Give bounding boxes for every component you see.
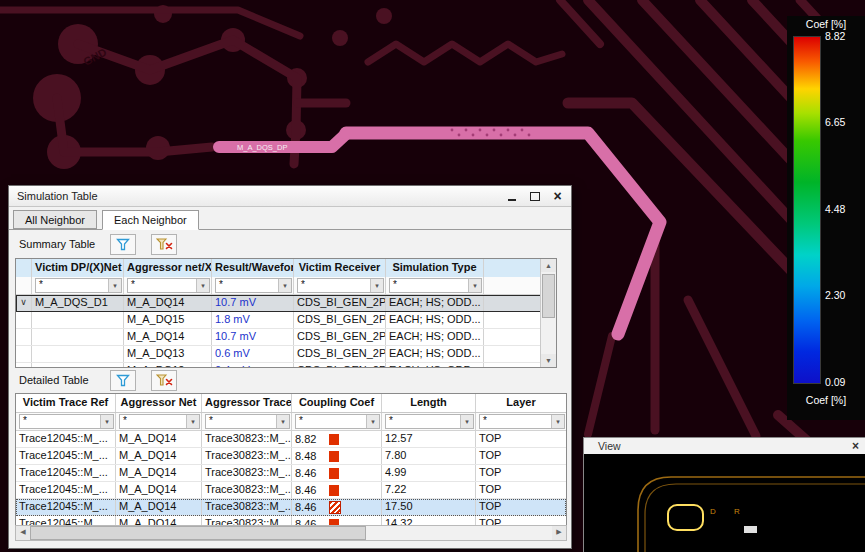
window-title: Simulation Table [9, 190, 98, 202]
summary-header-row: Victim DP/(X)Net Aggressor net/Xnet Resu… [16, 259, 541, 277]
scroll-left-icon[interactable]: ◀ [16, 526, 30, 540]
tab-each-neighbor[interactable]: Each Neighbor [102, 210, 199, 230]
result-link[interactable]: 10.7 mV [212, 295, 294, 311]
filter-combo-length[interactable]: *▾ [385, 414, 474, 429]
summary-filter-button[interactable] [110, 234, 136, 255]
detailed-row[interactable]: Trace12045::M_... M_A_DQ14 Trace30823::M… [16, 482, 566, 499]
cell-aggressor-net: M_A_DQ14 [124, 329, 212, 345]
dropdown-arrow-icon[interactable]: ▾ [196, 279, 209, 292]
cell-victim-receiver: CDS_BI_GEN_2P... [294, 329, 386, 345]
pcb-net-label: M_A_DQS_DP [237, 143, 287, 152]
cell-aggressor-trace: Trace30823::M_... [202, 482, 292, 498]
result-link[interactable]: 0.6 mV [212, 346, 294, 362]
header-victim-net[interactable]: Victim DP/(X)Net [32, 259, 124, 277]
detailed-row[interactable]: Trace12045::M_... M_A_DQ14 Trace30823::M… [16, 465, 566, 482]
cell-victim-trace: Trace12045::M_... [16, 448, 116, 464]
dropdown-arrow-icon[interactable]: ▾ [276, 415, 289, 428]
maximize-button[interactable] [526, 189, 543, 204]
dropdown-arrow-icon[interactable]: ▾ [460, 415, 473, 428]
summary-row[interactable]: M_A_DQ13 0.6 mV CDS_BI_GEN_2P... EACH; H… [16, 346, 541, 363]
board-marking: D [710, 507, 716, 516]
summary-row[interactable]: M_A_DQ14 10.7 mV CDS_BI_GEN_2P... EACH; … [16, 329, 541, 346]
coupling-coef-bar [329, 434, 339, 445]
cell-victim-receiver: CDS_BI_GEN_2P... [294, 312, 386, 328]
dropdown-arrow-icon[interactable]: ▾ [468, 279, 481, 292]
scrollbar-thumb[interactable] [542, 274, 555, 318]
header-tree [16, 259, 32, 277]
detailed-clear-filter-button[interactable] [151, 370, 177, 391]
header-coupling-coef[interactable]: Coupling Coef [292, 394, 382, 412]
summary-table-label: Summary Table [19, 238, 95, 250]
header-result-waveform[interactable]: Result/Waveform L [212, 259, 294, 277]
header-length[interactable]: Length [382, 394, 476, 412]
view-panel-titlebar[interactable]: View × [584, 438, 865, 455]
header-simulation-type[interactable]: Simulation Type [386, 259, 484, 277]
minimize-button[interactable] [503, 189, 520, 204]
scroll-up-icon[interactable]: ▲ [541, 259, 556, 272]
header-victim-trace-ref[interactable]: Victim Trace Ref [16, 394, 116, 412]
detailed-row[interactable]: Trace12045::M_... M_A_DQ14 Trace30823::M… [16, 448, 566, 465]
close-button[interactable]: × [549, 189, 566, 204]
dropdown-arrow-icon[interactable]: ▾ [186, 415, 199, 428]
vertical-scrollbar[interactable]: ▲ ▼ [540, 259, 556, 367]
summary-clear-filter-button[interactable] [151, 234, 177, 255]
filter-combo-receiver[interactable]: *▾ [297, 278, 384, 293]
result-link[interactable]: 1.8 mV [212, 312, 294, 328]
filter-combo-coupling[interactable]: *▾ [295, 414, 380, 429]
result-link[interactable]: 10.7 mV [212, 329, 294, 345]
cell-simulation-type: EACH; HS; ODD... [386, 329, 484, 345]
coupling-coef-bar [329, 501, 341, 514]
filter-combo-layer[interactable]: *▾ [479, 414, 565, 429]
scroll-down-icon[interactable]: ▼ [541, 354, 556, 367]
scrollbar-thumb[interactable] [30, 526, 366, 540]
detailed-row[interactable]: Trace12045::M_... M_A_DQ14 Trace30823::M… [16, 431, 566, 448]
cell-aggressor-net: M_A_DQ15 [124, 312, 212, 328]
filter-icon [116, 374, 130, 387]
cell-victim-net [32, 312, 124, 328]
dropdown-arrow-icon[interactable]: ▾ [551, 415, 564, 428]
dropdown-arrow-icon[interactable]: ▾ [366, 415, 379, 428]
header-layer[interactable]: Layer [476, 394, 566, 412]
summary-row[interactable]: ∨ M_A_DQS_D1 M_A_DQ14 10.7 mV CDS_BI_GEN… [16, 295, 541, 312]
filter-combo-aggressor[interactable]: *▾ [127, 278, 210, 293]
header-aggressor-net[interactable]: Aggressor net/Xnet [124, 259, 212, 277]
window-titlebar[interactable]: Simulation Table × [9, 186, 571, 207]
filter-combo-aggressor-net[interactable]: *▾ [119, 414, 200, 429]
dropdown-arrow-icon[interactable]: ▾ [278, 279, 291, 292]
view-panel: View × D R [583, 437, 865, 552]
filter-combo-result[interactable]: *▾ [215, 278, 292, 293]
cell-layer: TOP [476, 465, 566, 481]
cell-aggressor-net: M_A_DQ14 [124, 295, 212, 311]
detailed-filter-row: *▾ *▾ *▾ *▾ *▾ *▾ [16, 413, 566, 431]
dropdown-arrow-icon[interactable]: ▾ [108, 279, 121, 292]
header-aggressor-trace-ref[interactable]: Aggressor Trace Ref [202, 394, 292, 412]
detailed-row-selected[interactable]: Trace12045::M_... M_A_DQ14 Trace30823::M… [16, 499, 566, 516]
header-aggressor-net[interactable]: Aggressor Net [116, 394, 202, 412]
filter-combo-simtype[interactable]: *▾ [389, 278, 482, 293]
view-panel-close-icon[interactable]: × [852, 439, 865, 453]
cell-layer: TOP [476, 448, 566, 464]
filter-combo-victim-trace[interactable]: *▾ [19, 414, 114, 429]
dropdown-arrow-icon[interactable]: ▾ [100, 415, 113, 428]
horizontal-scrollbar[interactable]: ◀ ▶ [15, 525, 567, 541]
detailed-table: Victim Trace Ref Aggressor Net Aggressor… [15, 393, 567, 526]
detailed-filter-button[interactable] [110, 370, 136, 391]
coupling-coef-bar [329, 485, 339, 496]
cell-length: 7.22 [382, 482, 476, 498]
tab-all-neighbor[interactable]: All Neighbor [13, 210, 97, 229]
dropdown-arrow-icon[interactable]: ▾ [370, 279, 383, 292]
expander-icon[interactable]: ∨ [19, 295, 28, 310]
cell-simulation-type: EACH; HS; ODD... [386, 295, 484, 311]
header-victim-receiver[interactable]: Victim Receiver [294, 259, 386, 277]
header-filler [484, 259, 541, 277]
scroll-right-icon[interactable]: ▶ [552, 526, 566, 540]
legend-gradient-bar [793, 36, 821, 384]
detailed-toolbar: Detailed Table [19, 368, 561, 392]
cell-aggressor-trace: Trace30823::M_... [202, 448, 292, 464]
summary-row[interactable]: M_A_DQ15 1.8 mV CDS_BI_GEN_2P... EACH; H… [16, 312, 541, 329]
coupling-coef-bar [329, 451, 339, 462]
scrollbar-track[interactable] [30, 526, 552, 540]
filter-icon [116, 238, 130, 251]
filter-combo-victim[interactable]: *▾ [35, 278, 122, 293]
filter-combo-aggressor-trace[interactable]: *▾ [205, 414, 290, 429]
